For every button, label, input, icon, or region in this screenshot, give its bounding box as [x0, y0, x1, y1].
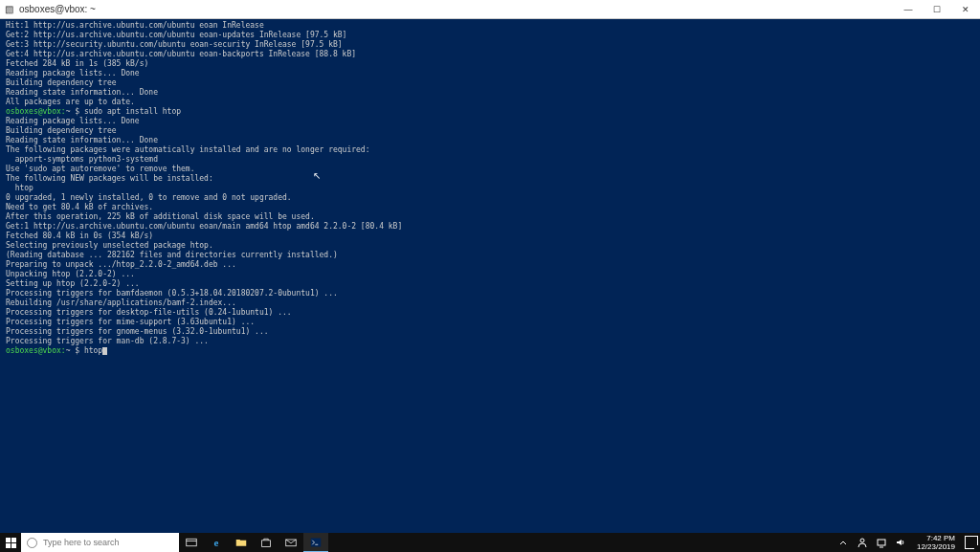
window-controls: — ☐ ✕ — [894, 0, 980, 19]
search-placeholder: Type here to search — [43, 538, 120, 547]
terminal-line: Reading state information... Done — [6, 136, 974, 145]
file-explorer-button[interactable] — [229, 533, 254, 552]
start-button[interactable] — [0, 533, 21, 552]
prompt-user: osboxes@vbox: — [6, 107, 66, 116]
system-tray: 7:42 PM 12/23/2019 — [836, 534, 980, 551]
terminal-line: Unpacking htop (2.2.0-2) ... — [6, 270, 974, 279]
terminal-line: Rebuilding /usr/share/applications/bamf-… — [6, 298, 974, 308]
action-center-button[interactable] — [965, 536, 978, 549]
cursor — [102, 347, 107, 355]
terminal-line: Need to get 80.4 kB of archives. — [6, 203, 974, 212]
folder-icon — [235, 537, 247, 548]
taskbar-search[interactable]: Type here to search — [21, 533, 179, 552]
windows-logo-icon — [6, 538, 16, 548]
edge-icon: e — [214, 537, 219, 548]
search-icon — [27, 538, 37, 548]
store-icon — [260, 537, 272, 548]
terminal-line: Fetched 284 kB in 1s (385 kB/s) — [6, 59, 974, 69]
task-view-button[interactable] — [179, 533, 204, 552]
window-title: osboxes@vbox: ~ — [17, 4, 894, 14]
window-titlebar[interactable]: ▧ osboxes@vbox: ~ — ☐ ✕ — [0, 0, 980, 19]
terminal-line: Get:1 http://us.archive.ubuntu.com/ubunt… — [6, 222, 974, 232]
terminal-line: Processing triggers for gnome-menus (3.3… — [6, 327, 974, 337]
terminal-line: htop — [6, 184, 974, 193]
prompt-user: osboxes@vbox: — [6, 346, 66, 355]
terminal-line: Get:2 http://us.archive.ubuntu.com/ubunt… — [6, 31, 974, 40]
svg-rect-5 — [878, 540, 885, 545]
clock-time: 7:42 PM — [917, 534, 955, 542]
clock-date: 12/23/2019 — [917, 542, 955, 551]
terminal-line: Reading state information... Done — [6, 88, 974, 98]
volume-icon[interactable] — [894, 537, 907, 548]
notification-icon — [965, 536, 978, 549]
terminal-line: After this operation, 225 kB of addition… — [6, 212, 974, 222]
terminal-line: Selecting previously unselected package … — [6, 241, 974, 251]
terminal-line: Get:4 http://us.archive.ubuntu.com/ubunt… — [6, 50, 974, 59]
taskbar-clock[interactable]: 7:42 PM 12/23/2019 — [913, 534, 959, 551]
network-icon[interactable] — [875, 537, 888, 548]
svg-rect-0 — [187, 539, 197, 546]
terminal-line: Fetched 80.4 kB in 0s (354 kB/s) — [6, 232, 974, 241]
terminal-line: The following NEW packages will be insta… — [6, 174, 974, 184]
powershell-icon: ▧ — [0, 4, 17, 14]
mail-icon — [285, 537, 297, 548]
command-text: htop — [84, 346, 102, 355]
people-icon[interactable] — [856, 537, 869, 548]
taskbar: Type here to search e 7:42 PM 12/23/2019 — [0, 533, 980, 552]
terminal-line: Hit:1 http://us.archive.ubuntu.com/ubunt… — [6, 21, 974, 31]
terminal-line: All packages are up to date. — [6, 98, 974, 107]
terminal-line: Get:3 http://security.ubuntu.com/ubuntu … — [6, 40, 974, 50]
powershell-icon — [310, 537, 322, 548]
terminal-line: Use 'sudo apt autoremove' to remove them… — [6, 165, 974, 174]
edge-button[interactable]: e — [204, 533, 229, 552]
terminal-line: Processing triggers for bamfdaemon (0.5.… — [6, 289, 974, 298]
terminal-line: Processing triggers for desktop-file-uti… — [6, 308, 974, 318]
mail-button[interactable] — [278, 533, 303, 552]
terminal-line: (Reading database ... 282162 files and d… — [6, 251, 974, 260]
terminal-line: Reading package lists... Done — [6, 117, 974, 126]
terminal-body[interactable]: Hit:1 http://us.archive.ubuntu.com/ubunt… — [0, 19, 980, 533]
terminal-line: Processing triggers for mime-support (3.… — [6, 318, 974, 327]
terminal-line: apport-symptoms python3-systemd — [6, 155, 974, 165]
command-text: sudo apt install htop — [84, 107, 181, 116]
terminal-line: The following packages were automaticall… — [6, 145, 974, 155]
terminal-line: Building dependency tree — [6, 126, 974, 136]
tray-chevron-up-icon[interactable] — [836, 539, 850, 546]
task-view-icon — [186, 537, 197, 548]
svg-point-4 — [860, 539, 864, 542]
terminal-window: ▧ osboxes@vbox: ~ — ☐ ✕ Hit:1 http://us.… — [0, 0, 980, 533]
terminal-line: Setting up htop (2.2.0-2) ... — [6, 279, 974, 289]
close-button[interactable]: ✕ — [951, 0, 980, 19]
store-button[interactable] — [254, 533, 278, 552]
minimize-button[interactable]: — — [894, 0, 923, 19]
terminal-line: Building dependency tree — [6, 78, 974, 88]
terminal-line: 0 upgraded, 1 newly installed, 0 to remo… — [6, 193, 974, 203]
terminal-line: Processing triggers for man-db (2.8.7-3)… — [6, 337, 974, 346]
maximize-button[interactable]: ☐ — [923, 0, 951, 19]
terminal-line: Preparing to unpack .../htop_2.2.0-2_amd… — [6, 260, 974, 270]
terminal-line: Reading package lists... Done — [6, 69, 974, 78]
powershell-taskbar-button[interactable] — [303, 533, 328, 552]
svg-rect-3 — [311, 538, 322, 546]
